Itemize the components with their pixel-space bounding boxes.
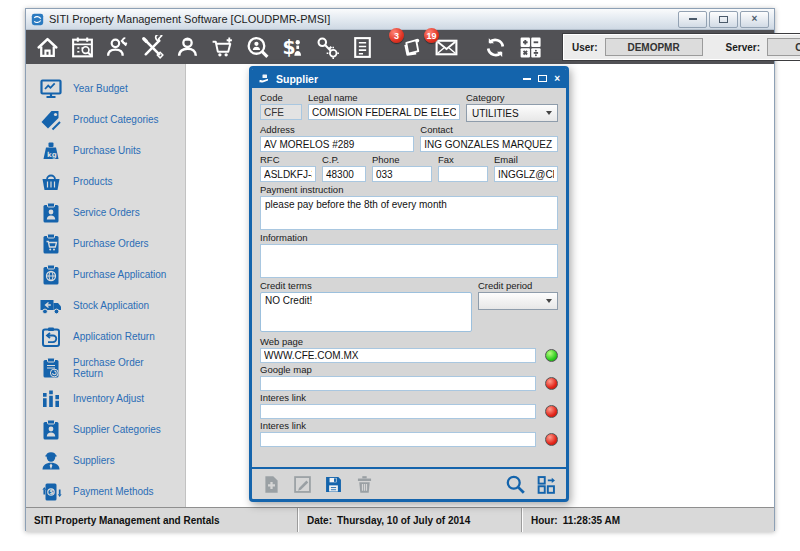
edit-icon bbox=[292, 474, 313, 495]
sidebar-item-label: Application Return bbox=[73, 331, 155, 342]
reports-button[interactable] bbox=[347, 32, 377, 62]
purchases-button[interactable] bbox=[207, 32, 237, 62]
google-map-field[interactable] bbox=[260, 376, 536, 391]
interes-link-1-field[interactable] bbox=[260, 404, 536, 419]
contact-field[interactable] bbox=[420, 136, 558, 152]
information-field[interactable] bbox=[260, 244, 558, 278]
phone-field[interactable] bbox=[372, 166, 432, 182]
staff-button[interactable] bbox=[172, 32, 202, 62]
sidebar-item-inventory-adjust[interactable]: Inventory Adjust bbox=[26, 383, 185, 414]
add-button[interactable] bbox=[259, 472, 284, 497]
dialog-maximize-button[interactable] bbox=[538, 75, 547, 82]
supplier-dialog-icon bbox=[258, 73, 270, 85]
sidebar-item-stock-application[interactable]: Stock Application bbox=[26, 290, 185, 321]
refresh-button[interactable] bbox=[480, 32, 510, 62]
code-field[interactable] bbox=[260, 104, 302, 120]
sidebar-item-products[interactable]: Products bbox=[26, 166, 185, 197]
search-button[interactable] bbox=[503, 472, 528, 497]
category-label: Category bbox=[466, 92, 558, 103]
web-page-label: Web page bbox=[260, 336, 558, 347]
sidebar-item-label: Purchase Orders bbox=[73, 238, 149, 249]
schedule-button[interactable] bbox=[67, 32, 97, 62]
email-field[interactable] bbox=[494, 166, 558, 182]
maximize-button[interactable] bbox=[709, 11, 738, 28]
date-value: Thursday, 10 of July of 2014 bbox=[337, 515, 470, 526]
money-info-icon: $ bbox=[280, 35, 305, 60]
desktop: SITI Property Management Software [CLOUD… bbox=[0, 0, 800, 551]
sidebar-item-label: Year Budget bbox=[73, 83, 128, 94]
sidebar-item-label: Products bbox=[73, 176, 112, 187]
access-button[interactable] bbox=[312, 32, 342, 62]
sidebar-item-purchase-units[interactable]: kgPurchase Units bbox=[26, 135, 185, 166]
save-button[interactable] bbox=[321, 472, 346, 497]
sidebar: Year BudgetProduct CategorieskgPurchase … bbox=[26, 64, 186, 507]
category-dropdown[interactable]: UTILITIES bbox=[466, 104, 558, 122]
basket-icon bbox=[39, 170, 63, 194]
calculator-button[interactable] bbox=[515, 32, 545, 62]
legal-name-field[interactable] bbox=[308, 104, 460, 120]
statusbar-hour: Hour: 11:28:35 AM bbox=[522, 508, 774, 532]
finance-button[interactable]: $ bbox=[277, 32, 307, 62]
edit-button[interactable] bbox=[290, 472, 315, 497]
mail-button[interactable]: 19 bbox=[431, 32, 461, 62]
sidebar-item-label: Payment Methods bbox=[73, 486, 154, 497]
sidebar-item-application-return[interactable]: Application Return bbox=[26, 321, 185, 352]
refresh-icon bbox=[483, 35, 508, 60]
delete-button[interactable] bbox=[352, 472, 377, 497]
cp-label: C.P. bbox=[322, 154, 366, 165]
exit-button[interactable] bbox=[534, 472, 559, 497]
sidebar-item-supplier-categories[interactable]: Supplier Categories bbox=[26, 414, 185, 445]
hour-value: 11:28:35 AM bbox=[563, 515, 620, 526]
document-icon bbox=[350, 35, 375, 60]
worker-icon bbox=[105, 35, 130, 60]
svg-text:kg: kg bbox=[47, 150, 57, 158]
web-page-field[interactable] bbox=[260, 348, 536, 363]
sidebar-item-label: Purchase Order Return bbox=[73, 357, 169, 379]
home-icon bbox=[35, 35, 60, 60]
search-person-button[interactable] bbox=[242, 32, 272, 62]
cp-field[interactable] bbox=[322, 166, 366, 182]
clipboard-return-icon bbox=[39, 325, 63, 349]
sidebar-item-payment-methods[interactable]: $Payment Methods bbox=[26, 476, 185, 507]
sidebar-item-purchase-orders[interactable]: Purchase Orders bbox=[26, 228, 185, 259]
clipboard-globe-icon bbox=[39, 263, 63, 287]
close-button[interactable]: × bbox=[740, 11, 769, 28]
sidebar-item-year-budget[interactable]: Year Budget bbox=[26, 73, 185, 104]
supplier-dialog: Supplier × Code bbox=[249, 66, 569, 502]
sidebar-item-suppliers[interactable]: Suppliers bbox=[26, 445, 185, 476]
user-label: User: bbox=[572, 42, 598, 53]
sidebar-item-product-categories[interactable]: Product Categories bbox=[26, 104, 185, 135]
interes-link-1-label: Interes link bbox=[260, 392, 558, 403]
clipboard-cart-icon bbox=[39, 232, 63, 256]
sidebar-item-label: Inventory Adjust bbox=[73, 393, 144, 404]
sidebar-item-purchase-order-return[interactable]: Purchase Order Return bbox=[26, 352, 185, 383]
payment-instruction-label: Payment instruction bbox=[260, 184, 558, 195]
address-field[interactable] bbox=[260, 136, 414, 152]
credit-period-dropdown[interactable] bbox=[478, 292, 558, 310]
notes-button[interactable]: 3 bbox=[396, 32, 426, 62]
interes-link-2-label: Interes link bbox=[260, 420, 558, 431]
supplier-person-icon bbox=[39, 449, 63, 473]
statusbar-date: Date: Thursday, 10 of July of 2014 bbox=[298, 508, 522, 532]
fax-field[interactable] bbox=[438, 166, 488, 182]
dialog-minimize-button[interactable] bbox=[523, 78, 531, 80]
home-button[interactable] bbox=[32, 32, 62, 62]
legal-name-label: Legal name bbox=[308, 92, 460, 103]
monitor-chart-icon bbox=[39, 77, 63, 101]
minimize-button[interactable] bbox=[678, 11, 707, 28]
maintenance-button[interactable] bbox=[137, 32, 167, 62]
dialog-close-button[interactable]: × bbox=[554, 74, 560, 84]
sidebar-item-service-orders[interactable]: Service Orders bbox=[26, 197, 185, 228]
interes-link-2-field[interactable] bbox=[260, 432, 536, 447]
rfc-field[interactable] bbox=[260, 166, 316, 182]
payment-instruction-field[interactable] bbox=[260, 196, 558, 230]
sidebar-item-purchase-application[interactable]: Purchase Application bbox=[26, 259, 185, 290]
worker-button[interactable] bbox=[102, 32, 132, 62]
dialog-toolbar bbox=[252, 467, 566, 499]
credit-terms-field[interactable] bbox=[260, 292, 472, 332]
person-search-icon bbox=[245, 35, 270, 60]
clipboard-person-icon bbox=[39, 201, 63, 225]
statusbar: SITI Property Management and Rentals Dat… bbox=[26, 507, 774, 532]
dialog-titlebar: Supplier × bbox=[252, 69, 566, 88]
interes-link-2-status-led bbox=[545, 433, 558, 446]
